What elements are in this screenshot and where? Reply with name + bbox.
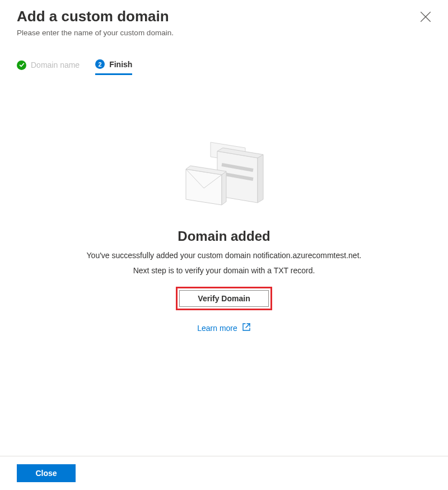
learn-more-link[interactable]: Learn more: [197, 323, 251, 333]
panel-title: Add a custom domain: [17, 8, 431, 25]
panel-subtitle: Please enter the name of your custom dom…: [17, 29, 431, 37]
svg-marker-9: [222, 171, 226, 205]
wizard-steps: Domain name 2 Finish: [0, 40, 448, 75]
learn-more-label: Learn more: [197, 324, 237, 333]
result-title: Domain added: [178, 228, 270, 244]
add-custom-domain-panel: Add a custom domain Please enter the nam…: [0, 0, 448, 490]
panel-content: Domain added You've successfully added y…: [0, 75, 448, 456]
step-finish[interactable]: 2 Finish: [95, 59, 132, 75]
step-label: Domain name: [31, 60, 80, 69]
close-button[interactable]: Close: [17, 464, 76, 482]
checkmark-icon: [17, 60, 26, 70]
external-link-icon: [242, 323, 251, 333]
close-icon[interactable]: [420, 11, 431, 22]
result-desc-line1: You've successfully added your custom do…: [87, 250, 362, 262]
step-label: Finish: [109, 60, 132, 69]
verify-domain-button[interactable]: Verify Domain: [179, 290, 269, 307]
step-number-badge: 2: [95, 59, 105, 69]
verify-highlight-box: Verify Domain: [176, 287, 272, 310]
domain-added-illustration: [174, 137, 274, 215]
panel-header: Add a custom domain Please enter the nam…: [0, 0, 448, 40]
svg-line-11: [246, 324, 250, 328]
step-domain-name[interactable]: Domain name: [17, 60, 80, 74]
result-desc-line2: Next step is to verify your domain with …: [133, 265, 315, 277]
panel-footer: Close: [0, 456, 448, 490]
svg-marker-4: [258, 155, 263, 203]
